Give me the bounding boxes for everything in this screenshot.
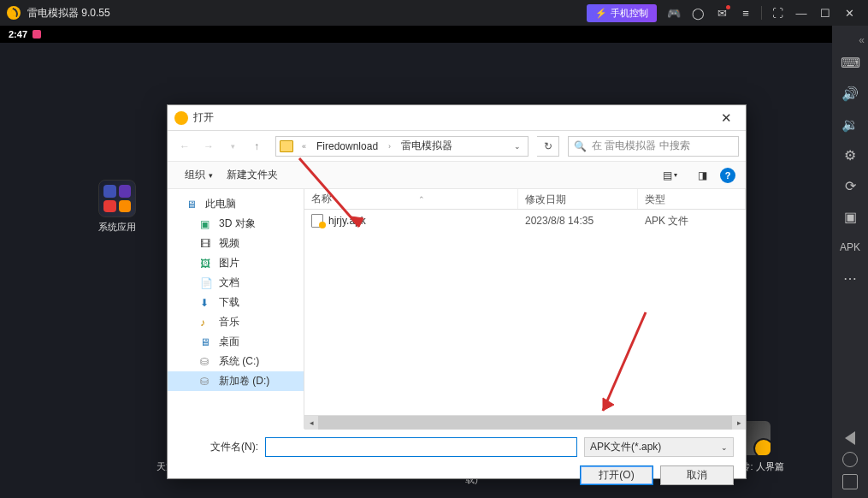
filename-label: 文件名(N): (180, 440, 258, 454)
dialog-footer: 文件名(N): APK文件(*.apk)⌄ 打开(O) 取消 (168, 429, 746, 494)
tree-item-music[interactable]: ♪音乐 (168, 312, 304, 332)
dialog-logo-icon (174, 111, 188, 125)
file-list-headers: 名称⌃ 修改日期 类型 (304, 189, 746, 210)
sidebar-collapse-icon[interactable]: « (859, 34, 865, 46)
sidebar-keymap-icon[interactable]: ⌨ (835, 48, 865, 77)
sidebar-volume-up-icon[interactable]: 🔊 (835, 79, 865, 108)
sidebar-settings-icon[interactable]: ⚙ (835, 140, 865, 169)
mail-icon[interactable]: ✉ (710, 1, 734, 25)
help-button[interactable]: ? (720, 168, 735, 183)
refresh-button[interactable]: ↻ (537, 136, 559, 157)
sidebar-multi-instance-icon[interactable]: ▣ (835, 202, 865, 231)
close-icon[interactable]: ✕ (837, 1, 861, 25)
dialog-title: 打开 (193, 110, 214, 125)
user-icon[interactable]: ◯ (686, 1, 710, 25)
tree-item-pictures[interactable]: 🖼图片 (168, 253, 304, 273)
search-box[interactable]: 🔍 在 雷电模拟器 中搜索 (568, 136, 739, 157)
emulator-screen: 系统应用 天龙八部2: 飞龙战天 全民江湖 秦时明月: 沧海 (预下载) 天命传… (0, 43, 832, 498)
notification-indicator-icon (32, 30, 41, 39)
dialog-toolbar: 组织 ▾ 新建文件夹 ▤▾ ◨ ? (168, 162, 746, 189)
nav-history-button[interactable]: ▾ (222, 136, 243, 157)
sidebar-more-icon[interactable]: ⋯ (835, 264, 865, 293)
organize-button[interactable]: 组织 ▾ (178, 164, 220, 186)
folder-tree: 🖥此电脑 ▣3D 对象 🎞视频 🖼图片 📄文档 ⬇下载 ♪音乐 🖥桌面 ⛁系统 … (168, 189, 304, 429)
dialog-close-button[interactable]: ✕ (713, 106, 739, 130)
tree-item-this-pc[interactable]: 🖥此电脑 (168, 194, 304, 214)
horizontal-scrollbar[interactable]: ◂ ▸ (304, 415, 746, 429)
scroll-right-button[interactable]: ▸ (732, 416, 746, 430)
folder-icon (280, 140, 293, 152)
file-list: 名称⌃ 修改日期 类型 hjrjy.apk 2023/8/8 14:35 APK… (304, 189, 746, 429)
status-time: 2:47 (9, 29, 27, 39)
search-icon: 🔍 (574, 140, 587, 152)
open-button[interactable]: 打开(O) (580, 465, 653, 485)
android-home-button[interactable] (842, 452, 858, 467)
menu-icon[interactable]: ≡ (734, 1, 758, 25)
sidebar-install-apk-icon[interactable]: APK (835, 233, 865, 262)
tree-item-desktop[interactable]: 🖥桌面 (168, 332, 304, 352)
app-title: 雷电模拟器 9.0.55 (27, 6, 110, 21)
filetype-select[interactable]: APK文件(*.apk)⌄ (584, 437, 734, 457)
nav-up-button[interactable]: ↑ (246, 136, 267, 157)
file-row[interactable]: hjrjy.apk 2023/8/8 14:35 APK 文件 (304, 210, 746, 232)
filename-input[interactable] (265, 437, 577, 457)
android-back-button[interactable] (845, 431, 855, 445)
phone-control-button[interactable]: ⚡ 手机控制 (587, 4, 657, 22)
cancel-button[interactable]: 取消 (660, 465, 734, 485)
sort-indicator-icon: ⌃ (418, 195, 425, 204)
android-recents-button[interactable] (842, 474, 858, 489)
tree-item-documents[interactable]: 📄文档 (168, 273, 304, 293)
tree-item-drive-c[interactable]: ⛁系统 (C:) (168, 352, 304, 371)
new-folder-button[interactable]: 新建文件夹 (220, 164, 285, 186)
tree-item-3d-objects[interactable]: ▣3D 对象 (168, 214, 304, 234)
desktop-icon-system-apps[interactable]: 系统应用 (94, 180, 140, 234)
header-date[interactable]: 修改日期 (518, 189, 638, 209)
bolt-icon: ⚡ (595, 8, 607, 19)
scroll-thumb[interactable] (318, 416, 732, 430)
android-status-bar: 2:47 ▾ ▲ ▮ (0, 26, 868, 43)
gamepad-icon[interactable]: 🎮 (662, 1, 686, 25)
app-logo-icon (7, 6, 21, 20)
dialog-nav-row: ← → ▾ ↑ « Firedownload › 雷电模拟器 ⌄ ↻ 🔍 在 雷… (168, 131, 746, 162)
header-name[interactable]: 名称⌃ (304, 189, 518, 209)
fullscreen-icon[interactable]: ⛶ (765, 1, 789, 25)
file-open-dialog: 打开 ✕ ← → ▾ ↑ « Firedownload › 雷电模拟器 ⌄ ↻ … (167, 104, 747, 479)
view-mode-button[interactable]: ▤▾ (655, 166, 684, 185)
nav-back-button[interactable]: ← (174, 136, 195, 157)
tree-item-drive-d[interactable]: ⛁新加卷 (D:) (168, 371, 304, 391)
sidebar-sync-icon[interactable]: ⟳ (835, 171, 865, 200)
preview-pane-button[interactable]: ◨ (688, 166, 717, 185)
sidebar-volume-down-icon[interactable]: 🔉 (835, 110, 865, 139)
scroll-left-button[interactable]: ◂ (304, 416, 318, 430)
maximize-icon[interactable]: ☐ (813, 1, 837, 25)
apk-file-icon (311, 214, 323, 228)
app-titlebar: 雷电模拟器 9.0.55 ⚡ 手机控制 🎮 ◯ ✉ ≡ ⛶ — ☐ ✕ (0, 0, 868, 26)
nav-forward-button[interactable]: → (198, 136, 219, 157)
desktop-icon-label: 系统应用 (94, 221, 140, 234)
header-type[interactable]: 类型 (638, 189, 746, 209)
tree-item-downloads[interactable]: ⬇下载 (168, 293, 304, 312)
tree-item-videos[interactable]: 🎞视频 (168, 234, 304, 253)
path-breadcrumb[interactable]: « Firedownload › 雷电模拟器 ⌄ (275, 136, 528, 157)
minimize-icon[interactable]: — (789, 1, 813, 25)
emulator-sidebar: « ⌨ 🔊 🔉 ⚙ ⟳ ▣ APK ⋯ (832, 26, 868, 498)
dialog-titlebar: 打开 ✕ (168, 105, 746, 131)
